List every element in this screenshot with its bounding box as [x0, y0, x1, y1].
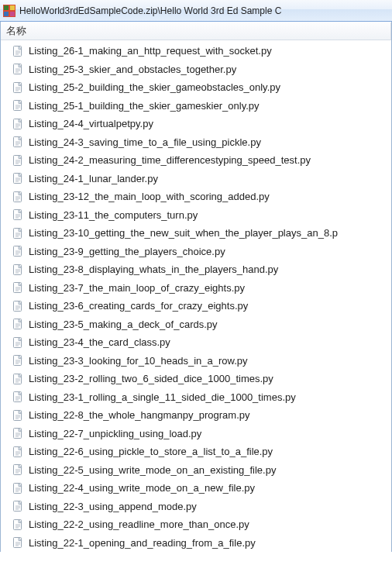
file-name: Listing_24-3_saving_time_to_a_file_using…: [29, 136, 261, 148]
file-icon: [12, 63, 24, 75]
file-icon: [12, 154, 24, 167]
file-name: Listing_22-8_the_whole_hangmanpy_program…: [29, 409, 249, 421]
file-icon: [12, 318, 24, 330]
file-icon: [12, 336, 24, 349]
file-name: Listing_23-7_the_main_loop_of_crazy_eigh…: [29, 282, 245, 294]
file-row[interactable]: Listing_22-1_opening_and_reading_from_a_…: [1, 534, 391, 553]
file-row[interactable]: Listing_25-3_skier_and_obstacles_togethe…: [1, 60, 391, 79]
file-icon: [12, 99, 24, 112]
file-icon: [12, 482, 24, 494]
file-icon: [12, 208, 24, 221]
file-name: Listing_23-12_the_main_loop_with_scoring…: [29, 191, 270, 202]
file-row[interactable]: Listing_22-3_using_append_mode.py: [1, 498, 391, 516]
file-row[interactable]: Listing_24-4_virtualpetpy.py: [1, 115, 391, 133]
file-name: Listing_24-2_measuring_time_differencest…: [29, 154, 311, 166]
file-icon: [12, 409, 24, 422]
file-row[interactable]: Listing_22-5_using_write_mode_on_an_exis…: [1, 461, 391, 480]
file-name: Listing_23-6_creating_cards_for_crazy_ei…: [29, 300, 248, 312]
file-row[interactable]: Listing_23-5_making_a_deck_of_cards.py: [1, 315, 391, 334]
file-icon: [12, 500, 24, 512]
file-row[interactable]: Listing_23-11_the_computers_turn.py: [1, 206, 391, 225]
file-name: Listing_23-2_rolling_two_6_sided_dice_10…: [29, 373, 273, 384]
file-row[interactable]: Listing_22-6_using_pickle_to_store_a_lis…: [1, 443, 391, 461]
file-icon: [12, 136, 24, 148]
file-row[interactable]: Listing_23-7_the_main_loop_of_crazy_eigh…: [1, 279, 391, 298]
file-row[interactable]: Listing_24-1_lunar_lander.py: [1, 170, 391, 188]
file-row[interactable]: Listing_24-3_saving_time_to_a_file_using…: [1, 133, 391, 152]
file-row[interactable]: Listing_23-3_looking_for_10_heads_in_a_r…: [1, 352, 391, 370]
file-row[interactable]: Listing_22-4_using_write_mode_on_a_new_f…: [1, 479, 391, 498]
column-header-name[interactable]: 名称: [1, 22, 391, 40]
svg-rect-4: [10, 12, 15, 16]
file-name: Listing_22-4_using_write_mode_on_a_new_f…: [29, 482, 255, 494]
file-name: Listing_22-6_using_pickle_to_store_a_lis…: [29, 446, 273, 457]
file-row[interactable]: Listing_23-12_the_main_loop_with_scoring…: [1, 188, 391, 206]
file-row[interactable]: Listing_23-6_creating_cards_for_crazy_ei…: [1, 297, 391, 315]
file-row[interactable]: Listing_23-9_getting_the_players_choice.…: [1, 243, 391, 261]
file-icon: [12, 427, 24, 439]
file-name: Listing_24-1_lunar_lander.py: [29, 173, 158, 184]
file-icon: [12, 245, 24, 257]
file-name: Listing_23-8_displaying_whats_in_the_pla…: [29, 264, 278, 275]
file-name: Listing_26-1_making_an_http_request_with…: [29, 45, 272, 57]
file-name: Listing_25-2_building_the_skier_gameobst…: [29, 81, 280, 93]
file-name: Listing_23-5_making_a_deck_of_cards.py: [29, 319, 218, 330]
file-icon: [12, 446, 24, 458]
file-name: Listing_23-4_the_card_class.py: [29, 336, 170, 348]
file-name: Listing_25-1_building_the_skier_gameskie…: [29, 100, 260, 112]
file-row[interactable]: Listing_22-7_unpickling_using_load.py: [1, 425, 391, 443]
file-icon: [12, 373, 24, 385]
file-icon: [12, 518, 24, 531]
file-name: Listing_23-1_rolling_a_single_11_sided_d…: [29, 391, 296, 403]
file-name: Listing_23-10_getting_the_new_suit_when_…: [29, 227, 338, 239]
file-icon: [12, 45, 24, 57]
file-name: Listing_22-1_opening_and_reading_from_a_…: [29, 537, 256, 549]
file-name: Listing_22-3_using_append_mode.py: [29, 501, 197, 512]
file-row[interactable]: Listing_23-10_getting_the_new_suit_when_…: [1, 224, 391, 243]
file-row[interactable]: Listing_22-2_using_readline_more_than_on…: [1, 515, 391, 534]
file-name: Listing_22-5_using_write_mode_on_an_exis…: [29, 464, 276, 476]
file-icon: [12, 536, 24, 549]
file-row[interactable]: Listing_26-1_making_an_http_request_with…: [1, 42, 391, 60]
app-icon: [3, 5, 15, 17]
file-name: Listing_22-2_using_readline_more_than_on…: [29, 518, 249, 530]
file-list: Listing_26-1_making_an_http_request_with…: [1, 40, 391, 552]
file-name: Listing_22-7_unpickling_using_load.py: [29, 428, 201, 439]
file-icon: [12, 300, 24, 312]
file-name: Listing_23-9_getting_the_players_choice.…: [29, 246, 225, 257]
file-row[interactable]: Listing_23-1_rolling_a_single_11_sided_d…: [1, 388, 391, 407]
file-row[interactable]: Listing_23-8_displaying_whats_in_the_pla…: [1, 260, 391, 279]
file-name: Listing_23-11_the_computers_turn.py: [29, 209, 198, 221]
file-icon: [12, 281, 24, 294]
file-icon: [12, 264, 24, 276]
svg-rect-1: [4, 5, 9, 10]
file-row[interactable]: Listing_24-2_measuring_time_differencest…: [1, 151, 391, 170]
file-icon: [12, 227, 24, 239]
file-row[interactable]: Listing_23-2_rolling_two_6_sided_dice_10…: [1, 370, 391, 388]
svg-rect-3: [4, 12, 9, 16]
file-icon: [12, 463, 24, 476]
file-icon: [12, 191, 24, 203]
file-icon: [12, 391, 24, 403]
column-header-row: 名称: [1, 22, 391, 40]
file-row[interactable]: Listing_22-8_the_whole_hangmanpy_program…: [1, 406, 391, 425]
column-header-name-label: 名称: [6, 25, 26, 38]
file-icon: [12, 354, 24, 367]
svg-rect-2: [10, 5, 15, 10]
file-name: Listing_24-4_virtualpetpy.py: [29, 118, 153, 129]
file-name: Listing_23-3_looking_for_10_heads_in_a_r…: [29, 355, 248, 367]
file-icon: [12, 118, 24, 130]
window-title: HelloWorld3rdEdSampleCode.zip\Hello Worl…: [19, 5, 281, 16]
file-name: Listing_25-3_skier_and_obstacles_togethe…: [29, 64, 236, 75]
file-row[interactable]: Listing_25-1_building_the_skier_gameskie…: [1, 97, 391, 115]
file-row[interactable]: Listing_23-4_the_card_class.py: [1, 333, 391, 352]
file-icon: [12, 172, 24, 184]
file-icon: [12, 81, 24, 94]
file-row[interactable]: Listing_25-2_building_the_skier_gameobst…: [1, 78, 391, 97]
window-titlebar: HelloWorld3rdEdSampleCode.zip\Hello Worl…: [0, 0, 392, 22]
